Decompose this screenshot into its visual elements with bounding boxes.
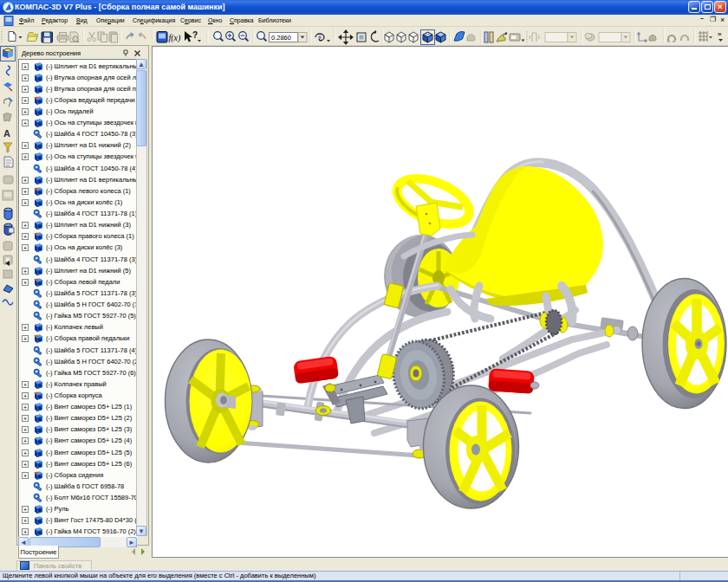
svg-text:A: A — [3, 128, 10, 139]
svg-text:0.2860: 0.2860 — [271, 34, 291, 42]
svg-text:»: » — [718, 30, 722, 38]
svg-text:f(x): f(x) — [169, 33, 182, 43]
svg-text:?: ? — [192, 30, 198, 40]
